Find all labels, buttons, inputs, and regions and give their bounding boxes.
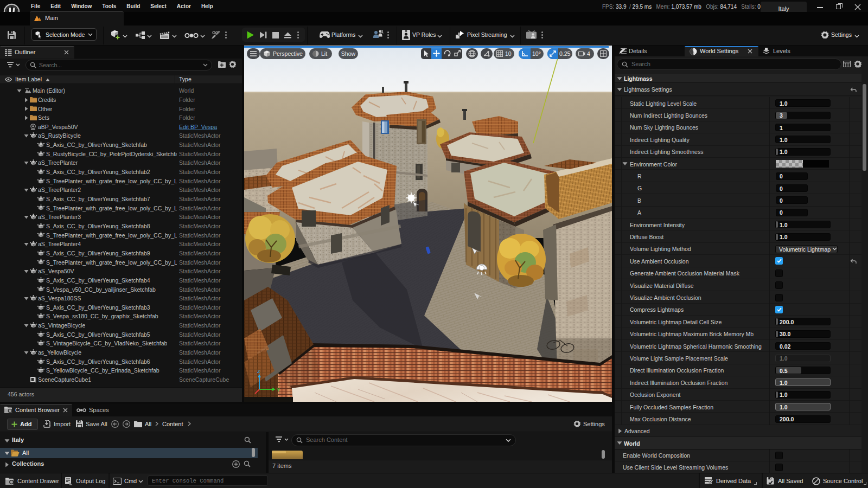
svg-text:Z: Z <box>257 369 260 374</box>
svg-text:Y: Y <box>277 387 280 393</box>
